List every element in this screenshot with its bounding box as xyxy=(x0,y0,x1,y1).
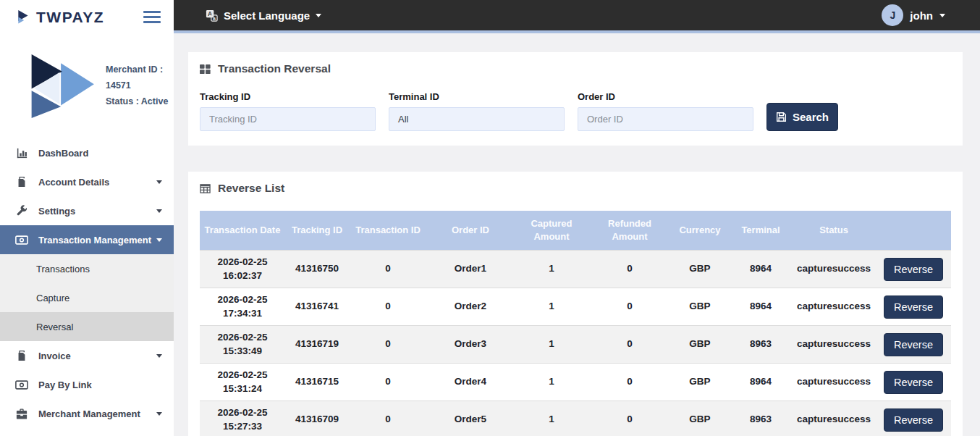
reverse-button[interactable]: Reverse xyxy=(884,371,943,394)
cell-terminal: 8964 xyxy=(730,288,792,326)
order-id-input[interactable] xyxy=(578,107,753,131)
cell-action: Reverse xyxy=(876,401,951,436)
col-actions xyxy=(876,211,951,251)
order-id-label: Order ID xyxy=(578,91,753,102)
table-icon xyxy=(200,183,211,194)
money-bill-icon xyxy=(14,380,29,390)
avatar: J xyxy=(882,4,903,26)
sidebar-subitem-reversal[interactable]: Reversal xyxy=(0,312,174,341)
cell-terminal: 8964 xyxy=(730,251,792,288)
reverse-list-panel: Reverse List Transaction Date Tracking I… xyxy=(188,172,963,436)
terminal-id-select[interactable]: All xyxy=(389,107,565,131)
sidebar-item-dashboard[interactable]: DashBoard xyxy=(0,138,174,167)
search-button[interactable]: Search xyxy=(766,103,838,131)
sidebar-item-invoice[interactable]: Invoice xyxy=(0,341,174,370)
sidebar-item-label: Transaction Management xyxy=(38,235,156,246)
hamburger-menu-icon[interactable] xyxy=(142,8,162,26)
col-refunded-amount: Refunded Amount xyxy=(589,211,670,251)
sidebar-item-transaction-management[interactable]: Transaction Management xyxy=(0,225,174,254)
col-transaction-date: Transaction Date xyxy=(200,211,285,251)
cell-status: capturesuccess xyxy=(792,326,876,364)
file-copy-icon xyxy=(14,350,29,361)
table-row: 2026-02-2515:31:24 41316715 0 Order4 1 0… xyxy=(200,364,951,401)
cell-currency: GBP xyxy=(670,364,730,401)
col-terminal: Terminal xyxy=(730,211,792,251)
brand-link[interactable]: TWPAYZ xyxy=(16,9,104,26)
reverse-button[interactable]: Reverse xyxy=(884,333,943,356)
chart-bar-icon xyxy=(14,147,29,159)
cell-refunded-amount: 0 xyxy=(589,364,670,401)
col-status: Status xyxy=(792,211,876,251)
search-button-label: Search xyxy=(793,111,829,123)
cell-currency: GBP xyxy=(670,251,730,288)
save-icon xyxy=(776,112,787,122)
sidebar-item-merchant-management[interactable]: Merchant Management xyxy=(0,399,174,428)
cell-order-id: Order2 xyxy=(427,288,514,326)
cell-tracking-id: 41316719 xyxy=(285,326,349,364)
table-header-row: Transaction Date Tracking ID Transaction… xyxy=(200,211,951,251)
cell-order-id: Order1 xyxy=(427,251,514,288)
user-menu[interactable]: J john xyxy=(882,4,945,26)
sidebar-menu: DashBoard Account Details Settings xyxy=(0,138,174,428)
cell-tracking-id: 41316750 xyxy=(285,251,349,288)
cell-tracking-id: 41316709 xyxy=(285,401,349,436)
cell-currency: GBP xyxy=(670,401,730,436)
cell-terminal: 8963 xyxy=(730,326,792,364)
language-dropdown[interactable]: A a Select Language xyxy=(206,9,321,22)
topbar: A a Select Language J john xyxy=(174,0,980,30)
app-root: TWPAYZ Merchant ID : 14571 Status : Acti… xyxy=(0,0,980,436)
transaction-management-submenu: Transactions Capture Reversal xyxy=(0,254,174,341)
col-order-id: Order ID xyxy=(427,211,514,251)
terminal-id-label: Terminal ID xyxy=(389,91,565,102)
tracking-id-input[interactable] xyxy=(200,107,376,131)
reverse-table: Transaction Date Tracking ID Transaction… xyxy=(200,211,951,436)
sidebar-subitem-label: Reversal xyxy=(36,322,73,332)
cell-captured-amount: 1 xyxy=(514,288,589,326)
cell-tracking-id: 41316715 xyxy=(285,364,349,401)
sidebar-item-pay-by-link[interactable]: Pay By Link xyxy=(0,370,174,399)
transaction-reversal-panel: Transaction Reversal Tracking ID Termina… xyxy=(188,52,963,146)
cell-action: Reverse xyxy=(876,364,951,401)
reverse-button[interactable]: Reverse xyxy=(884,295,943,319)
cell-tracking-id: 41316741 xyxy=(285,288,349,326)
cell-status: capturesuccess xyxy=(792,401,876,436)
cell-transaction-id: 0 xyxy=(349,251,427,288)
sidebar-subitem-label: Capture xyxy=(36,293,69,303)
cell-captured-amount: 1 xyxy=(514,251,589,288)
cell-transaction-id: 0 xyxy=(349,288,427,326)
sidebar-subitem-label: Transactions xyxy=(36,264,90,274)
th-large-icon xyxy=(200,64,211,75)
chevron-down-icon xyxy=(156,238,162,242)
reverse-button[interactable]: Reverse xyxy=(884,258,943,281)
cell-transaction-date: 2026-02-2516:02:37 xyxy=(200,251,285,288)
cell-order-id: Order5 xyxy=(427,401,514,436)
main-content: Transaction Reversal Tracking ID Termina… xyxy=(174,33,980,436)
cell-transaction-id: 0 xyxy=(349,401,427,436)
col-tracking-id: Tracking ID xyxy=(285,211,349,251)
chevron-down-icon xyxy=(156,209,162,213)
brand-play-icon xyxy=(16,9,32,25)
file-copy-icon xyxy=(14,176,29,188)
cell-captured-amount: 1 xyxy=(514,401,589,436)
table-row: 2026-02-2517:34:31 41316741 0 Order2 1 0… xyxy=(200,288,951,326)
sidebar-subitem-capture[interactable]: Capture xyxy=(0,283,174,312)
cell-transaction-date: 2026-02-2515:27:33 xyxy=(200,401,285,436)
sidebar-item-label: Merchant Management xyxy=(38,408,156,419)
sidebar-item-account-details[interactable]: Account Details xyxy=(0,167,174,196)
brand-name: TWPAYZ xyxy=(36,9,104,26)
sidebar-item-label: Invoice xyxy=(38,351,156,361)
sidebar-item-label: Settings xyxy=(38,206,156,217)
sidebar-item-settings[interactable]: Settings xyxy=(0,196,174,225)
wrench-icon xyxy=(14,205,29,217)
table-row: 2026-02-2515:33:49 41316719 0 Order3 1 0… xyxy=(200,326,951,364)
cell-transaction-date: 2026-02-2517:34:31 xyxy=(200,288,285,326)
cell-refunded-amount: 0 xyxy=(589,401,670,436)
cell-status: capturesuccess xyxy=(792,251,876,288)
sidebar-subitem-transactions[interactable]: Transactions xyxy=(0,254,174,283)
sidebar: TWPAYZ Merchant ID : 14571 Status : Acti… xyxy=(0,0,174,436)
panel-title-text: Transaction Reversal xyxy=(218,62,331,75)
reverse-button[interactable]: Reverse xyxy=(884,408,943,432)
table-row: 2026-02-2515:27:33 41316709 0 Order5 1 0… xyxy=(200,401,951,436)
merchant-status-text: Status : Active xyxy=(106,94,174,110)
cell-terminal: 8963 xyxy=(730,401,792,436)
